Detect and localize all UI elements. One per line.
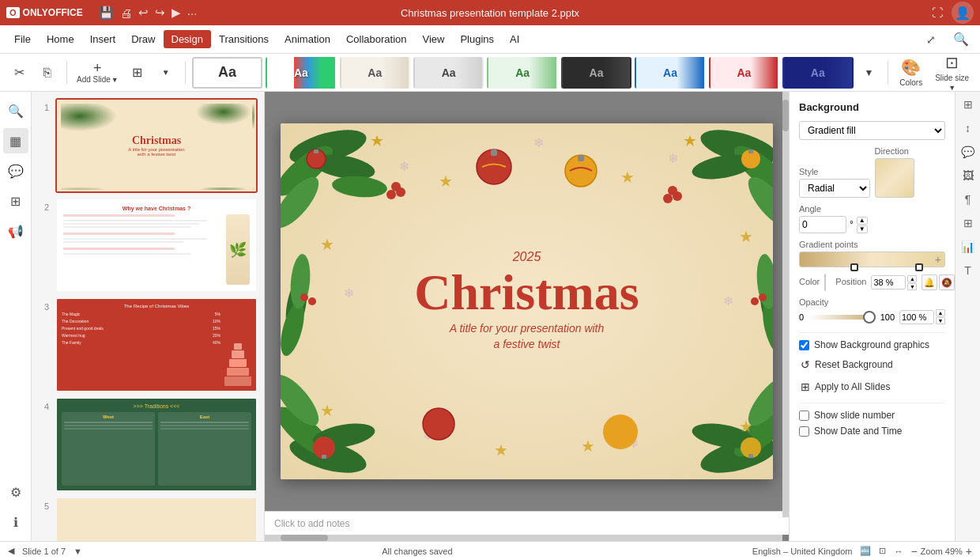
add-slide-dropdown-icon[interactable]: ▼ xyxy=(111,76,119,84)
theme-more-btn[interactable]: ▼ xyxy=(857,60,882,85)
undo-icon[interactable]: ↩ xyxy=(138,6,149,20)
right-tool-7[interactable]: 📊 xyxy=(959,237,978,256)
info-tool-btn[interactable]: ℹ xyxy=(3,509,28,535)
settings-tool-btn[interactable]: ⚙ xyxy=(3,479,28,505)
theme-green[interactable]: Aa xyxy=(487,57,557,89)
canvas-vscroll-thumb[interactable] xyxy=(782,100,789,131)
pos-down-btn[interactable]: ▼ xyxy=(907,283,917,290)
right-tool-2[interactable]: ↕ xyxy=(959,119,978,138)
opacity-down-btn[interactable]: ▼ xyxy=(936,317,945,324)
menu-insert[interactable]: Insert xyxy=(82,30,124,48)
right-tool-6[interactable]: ⊞ xyxy=(959,214,978,233)
pos-up-btn[interactable]: ▲ xyxy=(907,275,917,282)
slide-thumb-1[interactable]: 1 Christmas A title for your presentatio… xyxy=(38,98,258,193)
reset-background-btn[interactable]: ↺ Reset Background xyxy=(799,355,945,374)
theme-dark[interactable]: Aa xyxy=(561,57,631,89)
theme-default[interactable]: Aa xyxy=(192,57,262,89)
show-bg-graphics-checkbox[interactable] xyxy=(799,340,809,350)
play-icon[interactable]: ▶ xyxy=(172,6,181,20)
slide-preview-2[interactable]: Why we have Christmas ? xyxy=(55,198,258,293)
zoom-in-btn[interactable]: + xyxy=(966,545,972,558)
angle-down-btn[interactable]: ▼ xyxy=(857,225,868,233)
color-swatch[interactable] xyxy=(824,274,826,291)
right-tool-8[interactable]: T xyxy=(959,261,978,280)
right-tool-3[interactable]: 💬 xyxy=(959,142,978,161)
slide-prev-btn[interactable]: ◀ xyxy=(8,546,14,556)
menu-animation[interactable]: Animation xyxy=(277,30,338,48)
print-icon[interactable]: 🖨 xyxy=(120,6,132,20)
fit-window-icon[interactable]: ⤢ xyxy=(918,27,944,52)
theme-red[interactable]: Aa xyxy=(709,57,779,89)
canvas-hscroll[interactable] xyxy=(265,535,782,541)
position-input[interactable] xyxy=(871,275,906,289)
theme-gray[interactable]: Aa xyxy=(413,57,484,89)
direction-preview[interactable] xyxy=(875,158,914,198)
show-date-time-checkbox[interactable] xyxy=(799,426,809,437)
menu-transitions[interactable]: Transitions xyxy=(211,30,277,48)
copy-btn[interactable]: ⎘ xyxy=(35,60,60,85)
speaker-tool-btn[interactable]: 📢 xyxy=(3,218,28,244)
menu-home[interactable]: Home xyxy=(39,30,82,48)
layers-tool-btn[interactable]: ⊞ xyxy=(3,188,28,214)
style-select[interactable]: Radial Linear Path xyxy=(799,179,870,198)
fit-page-icon[interactable]: ⊡ xyxy=(879,546,886,556)
apply-all-slides-btn[interactable]: ⊞ Apply to All Slides xyxy=(799,377,945,396)
canvas-vscroll[interactable] xyxy=(782,92,789,517)
right-tool-5[interactable]: ¶ xyxy=(959,190,978,209)
show-slide-number-checkbox[interactable] xyxy=(799,411,809,421)
angle-up-btn[interactable]: ▲ xyxy=(857,217,868,225)
gradient-add-btn[interactable]: + xyxy=(935,253,941,266)
colors-button[interactable]: 🎨 Colors xyxy=(895,56,927,89)
menu-ai[interactable]: AI xyxy=(502,30,527,48)
cut-btn[interactable]: ✂ xyxy=(6,60,32,85)
menu-collaboration[interactable]: Collaboration xyxy=(338,30,415,48)
save-icon[interactable]: 💾 xyxy=(99,6,114,20)
language-selector[interactable]: English – United Kingdom xyxy=(752,547,853,556)
opacity-input[interactable] xyxy=(899,310,934,324)
right-tool-1[interactable]: ⊞ xyxy=(959,95,978,114)
slide-thumb-3[interactable]: 3 The Recipe of Christmas Vibes The Magi… xyxy=(38,297,258,392)
lock-btn-2[interactable]: 🔕 xyxy=(939,274,955,290)
theme-beige[interactable]: Aa xyxy=(340,57,410,89)
search-menu-icon[interactable]: 🔍 xyxy=(948,27,974,52)
slide-thumb-4[interactable]: 4 >>> Traditions <<< West East xyxy=(38,397,258,492)
right-tool-4[interactable]: 🖼 xyxy=(959,166,978,185)
slide-preview-1[interactable]: Christmas A title for your presentationw… xyxy=(55,98,258,193)
add-slide-button[interactable]: + Add Slide ▼ xyxy=(74,59,122,85)
canvas-scroll[interactable]: ❄ ❄ ❄ ❄ ❄ ❄ ❄ ★ ★ ★ ★ ★ xyxy=(265,92,789,511)
slide-preview-5[interactable] xyxy=(55,497,258,541)
layout-dropdown-btn[interactable]: ▼ xyxy=(153,60,179,85)
theme-blue[interactable]: Aa xyxy=(635,57,705,89)
slide-size-button[interactable]: ⊡ Slide size ▼ xyxy=(930,51,974,93)
canvas-hscroll-thumb[interactable] xyxy=(281,535,328,541)
chat-tool-btn[interactable]: 💬 xyxy=(3,158,28,184)
menu-file[interactable]: File xyxy=(6,30,39,48)
slide-thumb-2[interactable]: 2 Why we have Christmas ? xyxy=(38,198,258,293)
opacity-up-btn[interactable]: ▲ xyxy=(936,309,945,316)
slide-preview-4[interactable]: >>> Traditions <<< West East xyxy=(55,397,258,492)
gradient-bar[interactable]: + xyxy=(799,252,945,267)
angle-input[interactable] xyxy=(799,216,846,233)
search-tool-btn[interactable]: 🔍 xyxy=(3,98,28,123)
theme-colorful[interactable]: Aa xyxy=(266,57,336,89)
theme-dotted[interactable]: Aa xyxy=(782,57,853,89)
layout-btn[interactable]: ⊞ xyxy=(125,60,150,85)
fill-type-select[interactable]: Gradient fill Solid fill Picture or text… xyxy=(799,121,945,140)
gradient-stop-2[interactable] xyxy=(915,263,923,271)
slide-next-btn[interactable]: ▼ xyxy=(74,547,82,556)
fullscreen-icon[interactable]: ⛶ xyxy=(926,2,948,24)
menu-draw[interactable]: Draw xyxy=(123,30,163,48)
menu-plugins[interactable]: Plugins xyxy=(452,30,502,48)
user-avatar[interactable]: 👤 xyxy=(952,2,974,24)
zoom-out-btn[interactable]: − xyxy=(910,545,917,558)
slide-preview-3[interactable]: The Recipe of Christmas Vibes The Magic5… xyxy=(55,297,258,392)
menu-view[interactable]: View xyxy=(415,30,453,48)
lock-btn-1[interactable]: 🔔 xyxy=(922,274,937,290)
opacity-handle[interactable] xyxy=(863,311,876,324)
gradient-stop-1[interactable] xyxy=(850,263,858,271)
fit-width-icon[interactable]: ↔ xyxy=(894,547,903,556)
slides-tool-btn[interactable]: ▦ xyxy=(3,128,28,153)
redo-icon[interactable]: ↪ xyxy=(155,6,165,20)
opacity-slider[interactable] xyxy=(808,315,876,320)
menu-design[interactable]: Design xyxy=(164,30,211,48)
